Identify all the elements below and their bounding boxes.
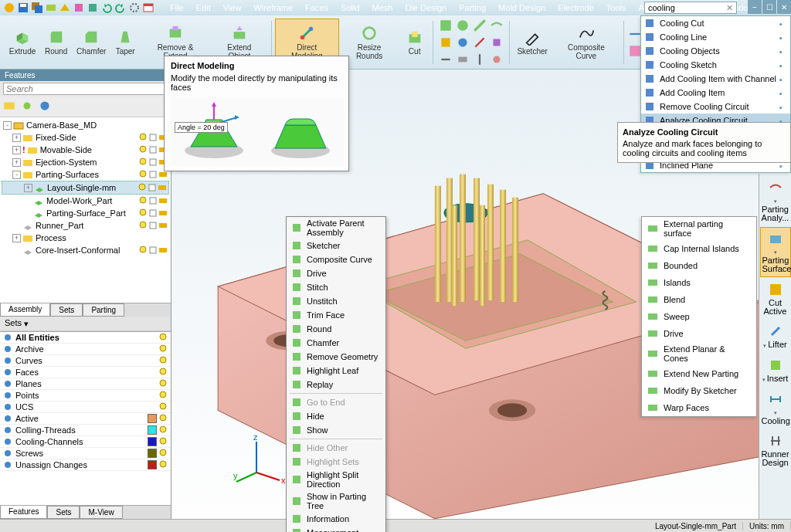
menu-tools[interactable]: Tools bbox=[600, 2, 633, 14]
features-search[interactable] bbox=[3, 83, 168, 95]
layer-icon[interactable] bbox=[158, 183, 167, 192]
expand-toggle[interactable]: + bbox=[12, 234, 21, 242]
bulb-icon[interactable] bbox=[158, 402, 168, 412]
ctx-item[interactable]: Highlight Split Direction bbox=[287, 469, 385, 490]
qat-icon[interactable] bbox=[45, 2, 57, 14]
tree-tool-icon[interactable] bbox=[2, 99, 16, 113]
minimize-button[interactable]: − bbox=[748, 0, 762, 14]
flyout-item[interactable]: Cap Internal Islands bbox=[642, 240, 756, 257]
ctx-item[interactable]: Stitch bbox=[287, 280, 385, 294]
tab-parting[interactable]: Parting bbox=[83, 303, 124, 317]
search-result-item[interactable]: Cooling Line▪ bbox=[641, 30, 790, 44]
ctx-item[interactable]: Chamfer bbox=[287, 336, 385, 350]
set-row[interactable]: All Entities bbox=[0, 332, 171, 344]
small-tool-icon[interactable] bbox=[439, 36, 453, 49]
tree-item[interactable]: Parting-Surface_Part bbox=[2, 207, 169, 219]
small-tool-icon[interactable] bbox=[473, 53, 487, 66]
ctx-item[interactable]: Measurement bbox=[287, 526, 385, 532]
bulb-icon[interactable] bbox=[138, 246, 148, 255]
qat-icon[interactable] bbox=[87, 2, 99, 14]
tree-item[interactable]: +Ejection-System bbox=[2, 156, 169, 168]
qat-icon[interactable] bbox=[59, 2, 71, 14]
menu-molddesign[interactable]: Mold Design bbox=[492, 2, 552, 14]
bulb-icon[interactable] bbox=[158, 414, 168, 423]
bulb-icon[interactable] bbox=[138, 145, 148, 154]
ctx-item[interactable]: Show bbox=[287, 423, 385, 437]
search-input[interactable] bbox=[648, 3, 718, 12]
expand-toggle[interactable]: + bbox=[12, 134, 21, 142]
chamfer-button[interactable]: Chamfer bbox=[72, 19, 110, 66]
extrude-button[interactable]: Extrude bbox=[5, 19, 40, 66]
expand-toggle[interactable]: + bbox=[12, 158, 21, 167]
context-menu[interactable]: Activate Parent AssemblySketcherComposit… bbox=[286, 216, 386, 532]
right-panel-item[interactable]: Cut Active bbox=[760, 279, 791, 319]
flyout-item[interactable]: Extend New Parting bbox=[642, 365, 756, 382]
sheet-icon[interactable] bbox=[148, 133, 158, 142]
sheet-icon[interactable] bbox=[148, 208, 158, 218]
flyout-item[interactable]: Bounded bbox=[642, 257, 756, 274]
layer-icon[interactable] bbox=[158, 196, 168, 205]
small-tool-icon[interactable] bbox=[490, 36, 504, 49]
layer-icon[interactable] bbox=[158, 246, 168, 255]
pin-icon[interactable]: ▪ bbox=[779, 19, 787, 27]
tree-item[interactable]: +Process bbox=[2, 232, 169, 244]
redo-icon[interactable] bbox=[114, 2, 127, 14]
tree-item[interactable]: +Layout-Single-mm bbox=[2, 181, 169, 195]
set-row[interactable]: Screws bbox=[0, 448, 171, 459]
bulb-icon[interactable] bbox=[138, 196, 148, 205]
menu-faces[interactable]: Faces bbox=[299, 2, 334, 14]
search-result-item[interactable]: Remove Cooling Circuit▪ bbox=[641, 100, 790, 114]
pin-icon[interactable]: ▪ bbox=[779, 89, 787, 97]
right-panel-item[interactable]: Runner Design bbox=[760, 430, 791, 470]
expand-toggle[interactable]: - bbox=[3, 121, 12, 130]
ctx-item[interactable]: Composite Curve bbox=[287, 252, 385, 266]
layer-icon[interactable] bbox=[158, 208, 168, 218]
set-row[interactable]: Points bbox=[0, 390, 171, 402]
sheet-icon[interactable] bbox=[148, 145, 158, 154]
flyout-item[interactable]: Modify By Sketcher bbox=[642, 382, 756, 399]
ctx-item[interactable]: Drive bbox=[287, 266, 385, 280]
small-tool-icon[interactable] bbox=[456, 19, 470, 32]
bulb-icon[interactable] bbox=[158, 460, 168, 469]
search-result-item[interactable]: Add Cooling Item▪ bbox=[641, 86, 790, 100]
ctx-item[interactable]: Replay bbox=[287, 378, 385, 391]
taper-button[interactable]: Taper bbox=[110, 19, 140, 66]
sets-list[interactable]: All EntitiesArchiveCurvesFacesPlanesPoin… bbox=[0, 331, 171, 505]
bulb-icon[interactable] bbox=[138, 158, 148, 167]
bulb-icon[interactable] bbox=[158, 356, 168, 365]
bulb-icon[interactable] bbox=[137, 183, 147, 192]
tree-item[interactable]: +!Movable-Side bbox=[2, 144, 169, 156]
expand-toggle[interactable]: + bbox=[12, 146, 21, 154]
bulb-icon[interactable] bbox=[138, 221, 148, 230]
ctx-item[interactable]: Activate Parent Assembly bbox=[287, 217, 385, 239]
ctx-item[interactable]: Information bbox=[287, 512, 385, 526]
pin-icon[interactable]: ▪ bbox=[779, 33, 787, 41]
right-panel-item[interactable]: ▾ Lifter bbox=[760, 320, 791, 353]
right-panel-item[interactable]: ▾ Parting Surfaces bbox=[760, 227, 791, 277]
tab-features[interactable]: Features bbox=[0, 506, 47, 519]
search-result-item[interactable]: Cooling Cut▪ bbox=[641, 16, 790, 30]
layer-icon[interactable] bbox=[158, 221, 168, 230]
pin-icon[interactable]: ▪ bbox=[779, 75, 787, 83]
pin-icon[interactable]: ▪ bbox=[779, 47, 787, 55]
bulb-icon[interactable] bbox=[158, 449, 168, 458]
sheet-icon[interactable] bbox=[148, 221, 158, 230]
pin-icon[interactable]: ▪ bbox=[779, 103, 787, 110]
tab-sets[interactable]: Sets bbox=[50, 303, 83, 317]
small-tool-icon[interactable] bbox=[456, 53, 470, 66]
expand-toggle[interactable]: - bbox=[12, 171, 21, 179]
ctx-item[interactable]: Hide bbox=[287, 409, 385, 423]
tree-item[interactable]: Runner_Part bbox=[2, 219, 169, 232]
tab-assembly[interactable]: Assembly bbox=[0, 303, 50, 317]
set-row[interactable]: Archive bbox=[0, 344, 171, 355]
small-tool-icon[interactable] bbox=[473, 36, 487, 49]
menu-view[interactable]: View bbox=[217, 2, 248, 14]
sheet-icon[interactable] bbox=[148, 246, 158, 255]
tree-item[interactable]: Model-Work_Part bbox=[2, 195, 169, 207]
ctx-item[interactable]: Show in Parting Tree bbox=[287, 490, 385, 512]
small-tool-icon[interactable] bbox=[439, 53, 453, 66]
menu-diedesign[interactable]: Die Design bbox=[399, 2, 453, 14]
set-row[interactable]: Unassign Changes bbox=[0, 459, 171, 471]
set-row[interactable]: Faces bbox=[0, 367, 171, 378]
filter-icon[interactable]: ▾ bbox=[24, 319, 29, 329]
